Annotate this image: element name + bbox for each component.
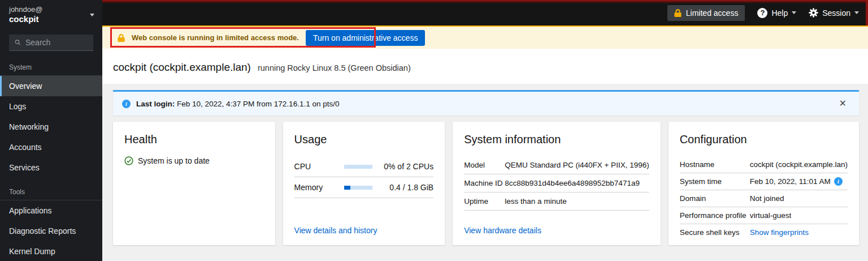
close-icon[interactable]: ✕ [836, 97, 850, 110]
health-card: Health System is up to date [113, 122, 275, 245]
system-information-card: System information Model QEMU Standard P… [453, 122, 661, 245]
health-card-title: Health [124, 133, 264, 146]
machine-id-value: 8cc88b931d4b4ee6a4898952bb7471a9 [505, 179, 640, 187]
domain-key: Domain [680, 194, 750, 203]
cpu-usage-row: CPU 0% of 2 CPUs [294, 156, 434, 177]
session-label: Session [822, 8, 850, 18]
model-key: Model [464, 161, 505, 169]
sidebar-item-accounts[interactable]: Accounts [0, 137, 102, 157]
cpu-progress-bar [344, 165, 373, 169]
machine-id-key: Machine ID [464, 179, 505, 187]
host-switcher-label: johndoe@ cockpit [9, 5, 42, 24]
last-login-alert: i Last login: Feb 10, 2022, 4:37 PM from… [113, 90, 859, 115]
sidebar-item-logs[interactable]: Logs [0, 96, 102, 117]
limited-access-button[interactable]: Limited access [667, 5, 745, 21]
system-time-text: Feb 10, 2022, 11:01 AM [750, 177, 831, 186]
sidebar-item-applications[interactable]: Applications [0, 200, 102, 221]
configuration-card: Configuration Hostname cockpit (cockpit.… [669, 122, 859, 245]
show-fingerprints-link[interactable]: Show fingerprints [750, 228, 809, 237]
chevron-down-icon [854, 11, 859, 14]
help-menu[interactable]: ? Help [757, 8, 796, 18]
performance-profile-value: virtual-guest [750, 211, 792, 220]
limited-access-banner: Web console is running in limited access… [102, 25, 868, 49]
sidebar-item-kernel-dump[interactable]: Kernel Dump [0, 241, 102, 261]
memory-value: 0.4 / 1.8 GiB [372, 183, 433, 192]
gear-icon [809, 8, 818, 18]
sidebar-item-overview[interactable]: Overview [0, 76, 102, 96]
lock-icon [674, 9, 682, 17]
sidebar-item-services[interactable]: Services [0, 157, 102, 178]
sidebar: johndoe@ cockpit System Overview Logs Ne… [0, 0, 102, 261]
username-text: johndoe@ [9, 5, 42, 14]
alert-detail: Feb 10, 2022, 4:37 PM from 172.16.1.1 on… [175, 100, 339, 108]
help-label: Help [771, 8, 788, 18]
uptime-key: Uptime [464, 197, 505, 206]
memory-usage-row: Memory 0.4 / 1.8 GiB [294, 177, 434, 198]
lock-icon [118, 34, 125, 42]
page-subtitle: running Rocky Linux 8.5 (Green Obsidian) [258, 63, 411, 72]
system-time-key: System time [680, 177, 750, 186]
system-information-title: System information [464, 133, 649, 146]
cockpit-app: johndoe@ cockpit System Overview Logs Ne… [0, 0, 868, 261]
masthead: Limited access ? Help [102, 0, 868, 25]
domain-value: Not joined [750, 194, 784, 203]
model-row: Model QEMU Standard PC (i440FX + PIIX, 1… [464, 156, 649, 174]
memory-label: Memory [294, 183, 344, 192]
search-input[interactable] [25, 38, 88, 47]
sidebar-section-system: System Overview Logs Networking Accounts… [0, 61, 102, 178]
system-time-value: Feb 10, 2022, 11:01 AM i [750, 177, 843, 186]
machine-id-row: Machine ID 8cc88b931d4b4ee6a4898952bb747… [464, 174, 649, 192]
alert-label: Last login: [136, 100, 175, 108]
page-title: cockpit (cockpit.example.lan) [113, 61, 251, 74]
memory-progress-bar [344, 186, 373, 190]
banner-message: Web console is running in limited access… [132, 33, 299, 42]
usage-card: Usage CPU 0% of 2 CPUs Memory 0.4 / 1 [283, 122, 445, 245]
annotation-right-strip [866, 0, 868, 25]
info-icon: i [122, 100, 131, 108]
secure-shell-keys-row: Secure shell keys Show fingerprints [680, 224, 848, 241]
sidebar-search[interactable] [9, 35, 93, 51]
hostname-text: cockpit [9, 14, 42, 24]
session-menu[interactable]: Session [809, 8, 859, 18]
overview-content: i Last login: Feb 10, 2022, 4:37 PM from… [102, 84, 868, 261]
uptime-row: Uptime less than a minute [464, 192, 649, 211]
domain-row: Domain Not joined [680, 190, 848, 207]
view-details-history-link[interactable]: View details and history [294, 226, 434, 235]
section-label-system: System [0, 61, 102, 76]
limited-access-label: Limited access [686, 8, 739, 18]
host-switcher[interactable]: johndoe@ cockpit [0, 0, 102, 28]
performance-profile-key: Performance profile [680, 211, 750, 220]
info-icon[interactable]: i [834, 177, 843, 186]
health-status-text: System is up to date [138, 156, 210, 165]
model-value: QEMU Standard PC (i440FX + PIIX, 1996) [505, 161, 649, 169]
chevron-down-icon [90, 14, 94, 16]
system-time-row: System time Feb 10, 2022, 11:01 AM i [680, 173, 848, 190]
usage-card-title: Usage [294, 133, 434, 146]
hostname-value: cockpit (cockpit.example.lan) [750, 160, 848, 169]
annotation-top-strip [102, 0, 868, 3]
page-header: cockpit (cockpit.example.lan) running Ro… [102, 49, 868, 84]
section-label-tools: Tools [0, 186, 102, 200]
memory-progress-fill [344, 186, 350, 190]
search-icon [15, 38, 21, 46]
configuration-title: Configuration [680, 133, 848, 146]
sidebar-item-networking[interactable]: Networking [0, 117, 102, 137]
hostname-key: Hostname [680, 160, 750, 169]
uptime-value: less than a minute [505, 197, 567, 206]
sidebar-section-tools: Tools Applications Diagnostic Reports Ke… [0, 186, 102, 261]
health-status-row: System is up to date [124, 156, 264, 165]
cpu-value: 0% of 2 CPUs [372, 162, 433, 171]
hostname-row: Hostname cockpit (cockpit.example.lan) [680, 156, 848, 173]
alert-text: Last login: Feb 10, 2022, 4:37 PM from 1… [136, 100, 339, 108]
performance-profile-row: Performance profile virtual-guest [680, 207, 848, 224]
card-grid: Health System is up to date Usage CPU [113, 122, 859, 245]
view-hardware-details-link[interactable]: View hardware details [464, 226, 649, 235]
check-circle-icon [124, 156, 133, 165]
help-icon: ? [757, 8, 767, 18]
main-area: Limited access ? Help [102, 0, 868, 261]
secure-shell-keys-key: Secure shell keys [680, 228, 750, 237]
sidebar-item-diagnostic-reports[interactable]: Diagnostic Reports [0, 221, 102, 241]
cpu-label: CPU [294, 162, 344, 171]
chevron-down-icon [792, 11, 796, 14]
turn-on-admin-access-button[interactable]: Turn on administrative access [306, 30, 425, 46]
